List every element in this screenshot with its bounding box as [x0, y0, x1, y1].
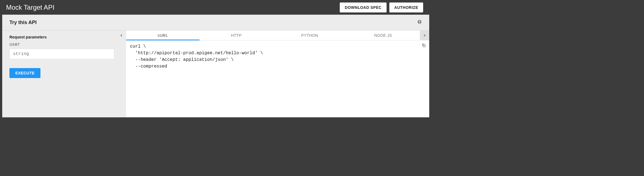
param-input-user[interactable]	[9, 49, 114, 59]
execute-button[interactable]: EXECUTE	[9, 68, 40, 78]
panel-heading: Try this API	[9, 20, 417, 25]
tab-curl[interactable]: cURL	[126, 30, 200, 40]
request-parameters-label: Request parameters	[9, 35, 110, 39]
page-title: Mock Target API	[6, 4, 337, 11]
request-parameters-section: Request parameters user EXECUTE	[2, 30, 117, 117]
code-snippet-area: curl \ 'http://apiportal-prod.apigee.net…	[126, 40, 429, 117]
param-name-user: user	[9, 42, 110, 47]
collapse-icon[interactable]	[417, 19, 422, 25]
code-sample-section: cURL HTTP PYTHON NODE.JS curl \ 'http://…	[117, 30, 429, 117]
tab-python[interactable]: PYTHON	[273, 30, 346, 40]
top-bar: Mock Target API DOWNLOAD SPEC AUTHORIZE	[0, 0, 429, 15]
download-spec-button[interactable]: DOWNLOAD SPEC	[340, 2, 387, 12]
panel-header: Try this API	[2, 15, 429, 30]
authorize-button[interactable]: AUTHORIZE	[389, 2, 423, 12]
svg-rect-0	[423, 45, 425, 47]
tabs-scroll-left-button[interactable]	[117, 30, 126, 40]
tab-http[interactable]: HTTP	[200, 30, 273, 40]
tabs-scroll-right-button[interactable]	[420, 30, 429, 40]
code-tabs: cURL HTTP PYTHON NODE.JS	[126, 30, 420, 40]
copy-icon[interactable]	[421, 43, 426, 49]
code-snippet-text: curl \ 'http://apiportal-prod.apigee.net…	[130, 43, 425, 70]
code-tabs-row: cURL HTTP PYTHON NODE.JS	[117, 30, 429, 40]
try-api-panel: Try this API Request parameters user EXE…	[2, 15, 429, 117]
tab-nodejs[interactable]: NODE.JS	[346, 30, 420, 40]
